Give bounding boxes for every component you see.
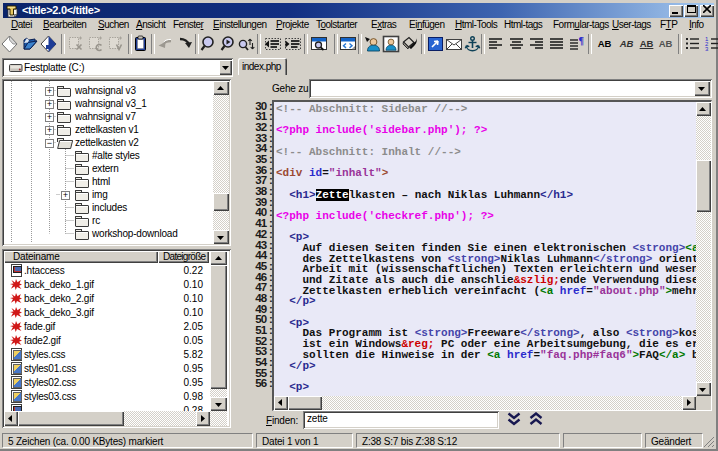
- svg-text:¶: ¶: [579, 35, 584, 46]
- svg-text:3: 3: [705, 46, 709, 52]
